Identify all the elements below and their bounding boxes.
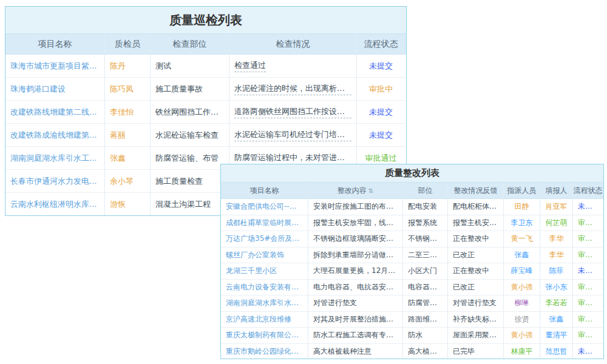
project-name-link[interactable]: 螺丝厂办公室装饰 — [226, 250, 284, 260]
project-name-link[interactable]: 成都杜甫草堂临时展厅独立展... — [226, 218, 303, 228]
project-name-link-cell: 云南电力设备安装有限公司20... — [221, 280, 308, 296]
rectify-content: 报警主机安放牢固，线缆连接... — [313, 218, 398, 228]
project-name-link[interactable]: 重庆市鹅岭公园绿化景观提升... — [226, 346, 303, 357]
inspection-situation: 防腐管运输过程中，未对管进行... — [234, 152, 351, 164]
assignee-name-cell: 柳琳 — [504, 295, 540, 312]
assignee-name-cell: 黄一飞 — [504, 231, 540, 248]
project-name-link-cell: 湖南洞庭湖水库引水工程施工1标 — [221, 295, 308, 312]
inspector-name-cell: 游恢 — [105, 193, 151, 216]
inspection-part: 铁丝网围挡工作检查 — [155, 107, 224, 118]
flow-status-badge-cell: 未提交 — [573, 344, 603, 360]
rectify-content: 高大植被栽种注意 — [313, 346, 371, 357]
rectify-part-cell: 小区大门 — [403, 263, 448, 280]
inspection-part: 施工质量事故 — [155, 84, 203, 95]
inspector-name-cell: 余小琴 — [105, 170, 151, 193]
inspection-part: 混凝土沟渠工程 — [155, 199, 211, 210]
col-header-part: 检查部位 — [151, 34, 229, 55]
flow-status-badge: 审批通过 — [578, 282, 598, 292]
rectify-part-cell: 高大植被栽种 — [403, 344, 448, 360]
col-header-part: 部位 — [403, 183, 448, 199]
reporter-name-cell: 李华 — [540, 248, 573, 264]
assignee-name: 柳琳 — [515, 298, 529, 308]
inspection-situation: 水泥砼灌注的时候，出现离析现象 — [234, 83, 351, 95]
assignee-name: 张鑫 — [515, 250, 529, 260]
rectify-part: 二至三楼混... — [408, 250, 443, 260]
inspection-part-cell: 测试 — [151, 55, 229, 78]
col-header-inspector: 质检员 — [105, 34, 151, 55]
reporter-name: 肖亚军 — [546, 201, 568, 212]
rectify-content: 对其及时开展整治措施，桥头... — [313, 314, 398, 325]
project-name-link[interactable]: 云南水利枢纽潜明水库... — [10, 199, 97, 210]
assignee-name: 徐贤 — [515, 314, 529, 325]
reporter-name-cell: 李华 — [540, 231, 573, 248]
rectify-content: 电力电容器、电抗器安装方案,... — [313, 282, 398, 292]
project-name-link[interactable]: 京沪高速北京段维修 — [226, 314, 291, 325]
project-name-link[interactable]: 安徽合肥供电公司--配电设备... — [226, 201, 303, 212]
project-name-link-cell: 龙湖三千里小区 — [221, 263, 308, 280]
inspection-situation-cell: 道路两侧铁丝网围挡工作按设计... — [229, 101, 357, 124]
col-header-status: 流程状态 — [573, 183, 603, 199]
reporter-name: 李华 — [549, 234, 564, 244]
col-header-project: 项目名称 — [5, 34, 105, 55]
inspector-name-cell: 陈丹 — [105, 55, 151, 78]
flow-status-badge: 审批中 — [369, 84, 393, 95]
sort-icon[interactable]: ⇅ — [368, 187, 373, 194]
reporter-name: 范思哲 — [546, 346, 568, 357]
assignee-name-cell: 黄小强 — [504, 328, 540, 344]
rectify-feedback-cell: 已改正 — [448, 280, 504, 296]
flow-status-badge: 未提交 — [369, 130, 393, 141]
project-name-link-cell: 万达广场35#会所及咖啡厅空... — [221, 231, 308, 248]
table-row: 改建铁路线增建第二线...李佳怡铁丝网围挡工作检查道路两侧铁丝网围挡工作按设计.… — [5, 101, 406, 124]
rectify-content: 拆除到承重墙部分请做好加固... — [313, 250, 398, 260]
project-name-link[interactable]: 湖南洞庭湖水库引水工程施工1标 — [226, 298, 303, 308]
rectify-content: 不锈钢边框玻璃隔断安装不平... — [313, 234, 398, 244]
assignee-name-cell: 林康平 — [504, 344, 540, 360]
col-header-reporter: 填报人 — [540, 183, 573, 199]
inspector-name: 李佳怡 — [110, 107, 134, 118]
inspector-name: 张鑫 — [110, 153, 126, 164]
quality-rectification-table: 质量整改列表 项目名称 整改内容 ⇅ 部位 整改情况反馈 指派人员 填报人 流程… — [220, 164, 604, 359]
table-row: 湖南洞庭湖水库引水工程施工1标对管进行垫支防腐管运输...对管进行垫支柳琳李若若… — [221, 295, 603, 312]
inspector-name-cell: 李佳怡 — [105, 101, 151, 124]
inspector-name: 陈巧凤 — [110, 84, 134, 95]
project-name-link[interactable]: 万达广场35#会所及咖啡厅空... — [226, 234, 303, 244]
flow-status-badge: 审批通过 — [578, 218, 598, 228]
rectify-feedback-cell: 报警主机安放... — [448, 215, 504, 232]
table-row: 万达广场35#会所及咖啡厅空...不锈钢边框玻璃隔断安装不平...不锈钢安装..… — [221, 231, 603, 248]
rectify-content-cell: 防水工程施工选调有专业的防... — [308, 328, 403, 344]
reporter-name: 李华 — [549, 250, 564, 260]
rectify-content: 安装时应按施工图的布置，将... — [313, 201, 398, 212]
flow-status-badge-cell: 审批中 — [357, 78, 405, 101]
project-name-link-cell: 京沪高速北京段维修 — [221, 312, 308, 328]
project-name-link[interactable]: 重庆太极制药有限公司亳州中... — [226, 330, 303, 340]
project-name-link[interactable]: 珠海鹤港口建设 — [10, 84, 66, 95]
project-name-link[interactable]: 改建铁路成渝线增建第... — [10, 130, 97, 141]
table-row: 安徽合肥供电公司--配电设备...安装时应按施工图的布置，将...配电安装配电柜… — [221, 199, 603, 215]
rectify-part-cell: 二至三楼混... — [403, 248, 448, 264]
project-name-link[interactable]: 云南电力设备安装有限公司20... — [226, 282, 303, 292]
project-name-link[interactable]: 改建铁路线增建第二线... — [10, 107, 97, 118]
project-name-link-cell: 云南水利枢纽潜明水库... — [5, 193, 105, 216]
flow-status-badge-cell: 审批通过 — [573, 280, 603, 296]
project-name-link[interactable]: 长春市伊通河水力发电... — [10, 176, 97, 187]
project-name-link-cell: 螺丝厂办公室装饰 — [221, 248, 308, 264]
rectify-feedback-cell: 屋面采用聚氨... — [448, 328, 504, 344]
flow-status-badge: 未提交 — [578, 201, 598, 212]
col-header-content[interactable]: 整改内容 ⇅ — [308, 183, 403, 199]
rectify-part: 路面维修检... — [408, 314, 443, 325]
rectify-feedback-cell: 配电柜柜体与... — [448, 199, 504, 215]
table-row: 京沪高速北京段维修对其及时开展整治措施，桥头...路面维修检...补齐缺失标志.… — [221, 312, 603, 328]
project-name-link[interactable]: 湖南洞庭湖水库引水工... — [10, 153, 97, 164]
rectify-content-cell: 报警主机安放牢固，线缆连接... — [308, 215, 403, 232]
rectify-part: 电容器安装... — [408, 282, 443, 292]
reporter-name: 何芷萌 — [546, 218, 568, 228]
table-row: 云南电力设备安装有限公司20...电力电容器、电抗器安装方案,...电容器安装.… — [221, 280, 603, 296]
rectify-feedback-cell: 正在整改中 — [448, 263, 504, 280]
flow-status-badge-cell: 审批通过 — [573, 312, 603, 328]
rectify-content-cell: 对管进行垫支 — [308, 295, 403, 312]
project-name-link[interactable]: 龙湖三千里小区 — [226, 266, 277, 276]
project-name-link[interactable]: 珠海市城市更新项目紫... — [10, 61, 97, 72]
rectify-feedback-cell: 已改正 — [448, 248, 504, 264]
rectify-content: 防水工程施工选调有专业的防... — [313, 330, 398, 340]
inspection-header-row: 项目名称 质检员 检查部位 检查情况 流程状态 — [5, 34, 406, 55]
